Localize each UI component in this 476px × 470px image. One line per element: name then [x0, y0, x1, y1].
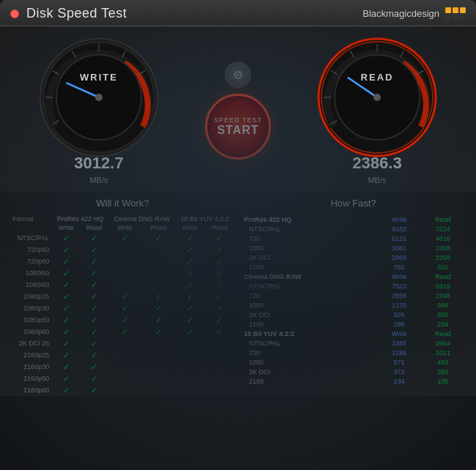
- check-cell: [204, 361, 234, 373]
- check-cell: ✓: [80, 244, 108, 255]
- check-cell: [141, 337, 176, 349]
- check-cell: ✓: [176, 232, 205, 244]
- check-cell: ✓: [176, 326, 205, 337]
- brand-logo: Blackmagicdesign: [362, 7, 466, 20]
- format-name: 1080p25: [11, 291, 52, 302]
- check-cell: [176, 384, 205, 396]
- check-mark: ✓: [187, 316, 193, 324]
- check-mark: ✓: [155, 292, 162, 301]
- write-value: 826: [378, 310, 421, 319]
- check-cell: [176, 337, 205, 349]
- results-section: Will it Work? Format ProRes 422 HQ Cinem…: [0, 192, 476, 396]
- check-cell: [141, 279, 176, 291]
- format-name: 2K DCI 25: [11, 337, 52, 349]
- svg-text:WRITE: WRITE: [80, 72, 118, 83]
- yuv-read-header: Read: [204, 223, 234, 232]
- compat-row: 1080p30✓✓✓✓✓✓: [11, 302, 234, 314]
- settings-button[interactable]: ⚙: [225, 61, 251, 88]
- check-cell: [176, 373, 205, 384]
- check-cell: [141, 255, 176, 267]
- perf-format-name: 2K DCI: [242, 253, 378, 262]
- check-mark: ✓: [63, 269, 70, 277]
- brand-dots: [445, 7, 466, 20]
- compat-row: 1080i50✓✓✓✓: [11, 267, 234, 279]
- write-gauge-container: WRITE 3012.7 MB/s: [37, 35, 161, 186]
- check-cell: ✓: [204, 267, 234, 279]
- speed-test-label: SPEED TEST: [214, 116, 262, 124]
- check-cell: ✓: [80, 255, 108, 267]
- format-name: 1080p60: [11, 326, 52, 337]
- check-cell: ✓: [108, 302, 141, 314]
- check-cell: ✓: [80, 302, 108, 314]
- read-value: 2258: [421, 253, 465, 262]
- check-mark: ✓: [187, 234, 193, 242]
- check-cell: ✓: [52, 279, 80, 291]
- check-mark: ✓: [216, 234, 223, 242]
- compat-row: 2160p60✓✓: [11, 384, 234, 396]
- empty-header: [11, 223, 52, 232]
- write-value: 3385: [378, 338, 421, 348]
- check-mark: ✓: [91, 245, 97, 254]
- read-value: 105: [421, 376, 465, 386]
- check-cell: ✓: [52, 267, 80, 279]
- window-close-button[interactable]: [10, 10, 19, 18]
- read-value: 999: [421, 300, 465, 310]
- check-mark: ✓: [91, 351, 97, 359]
- svg-text:READ: READ: [361, 72, 394, 83]
- prores-write-header: Write: [52, 223, 80, 232]
- check-cell: [204, 384, 234, 396]
- check-mark: ✓: [122, 234, 128, 242]
- format-name: 2160p25: [11, 349, 52, 361]
- write-value: 372: [378, 367, 421, 376]
- check-mark: ✓: [91, 292, 97, 301]
- brand-dot: [460, 15, 466, 20]
- write-value: 6121: [378, 234, 421, 243]
- read-gauge-container: READ 2386.3 MB/s: [315, 35, 439, 186]
- codec-name: ProRes 422 HQ: [242, 215, 378, 224]
- format-name: NTSC/PAL: [11, 232, 52, 244]
- check-cell: ✓: [52, 337, 80, 349]
- check-mark: ✓: [63, 362, 70, 371]
- check-cell: ✓: [176, 255, 205, 267]
- check-cell: ✓: [52, 349, 80, 361]
- check-mark: ✓: [216, 316, 223, 324]
- perf-row: 2K DCI372292: [242, 367, 465, 376]
- perf-codec-row: ProRes 422 HQWriteRead: [242, 215, 465, 224]
- check-mark: ✓: [216, 327, 223, 336]
- yuv-write-header: Write: [176, 223, 205, 232]
- check-cell: [204, 349, 234, 361]
- check-mark: ✓: [155, 316, 162, 324]
- read-value: 1011: [421, 348, 465, 357]
- brand-dot: [453, 7, 458, 13]
- check-mark: ✓: [216, 304, 223, 313]
- compat-row: 1080p25✓✓✓✓✓✓: [11, 291, 234, 302]
- read-value: 4816: [421, 234, 465, 243]
- check-cell: [176, 361, 205, 373]
- compat-row: 2160p25✓✓: [11, 349, 234, 361]
- perf-row: 2160134105: [242, 376, 465, 386]
- write-value: 134: [378, 376, 421, 386]
- brand-dot: [460, 7, 466, 13]
- check-cell: ✓: [176, 267, 205, 279]
- check-mark: ✓: [187, 292, 193, 301]
- check-mark: ✓: [216, 269, 223, 277]
- check-mark: ✓: [63, 386, 70, 395]
- check-mark: ✓: [91, 362, 97, 371]
- check-cell: ✓: [176, 314, 205, 326]
- compat-row: 2160p30✓✓: [11, 361, 234, 373]
- check-cell: ✓: [108, 291, 141, 302]
- perf-row: 10801270999: [242, 300, 465, 310]
- codec-name: Cinema DNG RAW: [242, 272, 378, 281]
- check-cell: [204, 373, 234, 384]
- perf-format-name: 1080: [242, 357, 378, 367]
- check-mark: ✓: [63, 327, 70, 336]
- perf-row: 108030612408: [242, 243, 465, 253]
- title-bar-left: Disk Speed Test: [10, 6, 127, 21]
- check-mark: ✓: [91, 304, 97, 313]
- center-controls: ⚙ SPEED TEST START: [205, 61, 271, 160]
- check-mark: ✓: [187, 327, 193, 336]
- speed-test-button[interactable]: SPEED TEST START: [205, 94, 271, 160]
- check-cell: [108, 244, 141, 255]
- write-value: 1270: [378, 300, 421, 310]
- cdng-header: Cinema DNG RAW: [108, 215, 176, 223]
